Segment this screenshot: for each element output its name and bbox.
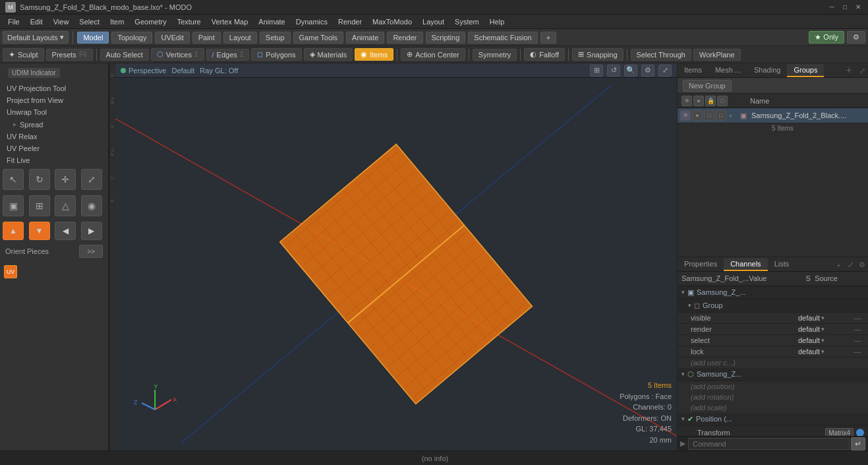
side-strip-me[interactable]: Me...: [109, 90, 115, 105]
render-dropdown[interactable]: default ▾: [798, 325, 825, 333]
layouts-dropdown[interactable]: Default Layouts ▾: [3, 31, 69, 44]
prop-lock-row[interactable]: lock default ▾ —: [678, 346, 868, 357]
visible-dropdown[interactable]: default ▾: [798, 314, 825, 322]
menu-layout[interactable]: Layout: [417, 16, 449, 27]
fit-live-tool[interactable]: Fit Live: [0, 154, 108, 166]
falloff-button[interactable]: ◐ Falloff: [524, 48, 565, 61]
viewport-settings-button[interactable]: ⚙: [641, 65, 654, 77]
layout-button[interactable]: Layout: [223, 32, 257, 44]
vertices-button[interactable]: ⬡ Vertices 1: [151, 48, 204, 61]
menu-select[interactable]: Select: [74, 16, 105, 27]
topology-button[interactable]: Topology: [111, 32, 152, 44]
side-strip-v[interactable]: V...: [109, 118, 115, 128]
prop-visible-row[interactable]: visible default ▾ —: [678, 313, 868, 324]
add-scale-link[interactable]: (add scale): [678, 402, 868, 413]
settings-right-bottom-button[interactable]: ⚙: [856, 259, 868, 271]
model-button[interactable]: Model: [77, 32, 109, 44]
tab-channels[interactable]: Channels: [724, 258, 767, 271]
arrow-left-button[interactable]: ◀: [55, 222, 76, 240]
snapping-button[interactable]: ⊞ Snapping: [572, 48, 623, 61]
item-folder-icon[interactable]: □: [716, 110, 726, 121]
game-tools-button[interactable]: Game Tools: [293, 32, 344, 44]
samsung-z-section-header[interactable]: ▾ ▣ Samsung_Z_...: [678, 286, 868, 299]
action-center-button[interactable]: ⊕ Action Center: [401, 48, 465, 61]
item-eye-icon[interactable]: 👁: [680, 110, 691, 121]
tool-move-icon[interactable]: ✛: [55, 169, 76, 190]
new-group-button[interactable]: New Group: [683, 80, 732, 92]
gear-button[interactable]: ⚙: [847, 31, 865, 44]
menu-geometry[interactable]: Geometry: [129, 16, 171, 27]
uv-peeler-tool[interactable]: UV Peeler: [0, 142, 108, 154]
item-render-icon[interactable]: ●: [692, 110, 703, 121]
animate-button[interactable]: Animate: [346, 32, 384, 44]
menu-help[interactable]: Help: [484, 16, 510, 27]
side-strip-po[interactable]: Po...: [109, 142, 115, 156]
tool-rotate-icon[interactable]: ↻: [29, 169, 50, 190]
eye-icon[interactable]: 👁: [681, 96, 692, 106]
tool-uv-grid-icon[interactable]: ⊞: [29, 195, 50, 216]
materials-button[interactable]: ◈ Materials: [304, 48, 353, 61]
tool-triangle-icon[interactable]: △: [55, 195, 76, 216]
arrow-up-button[interactable]: ▲: [3, 222, 24, 240]
menu-dynamics[interactable]: Dynamics: [291, 16, 333, 27]
viewport-canvas[interactable]: X Y Z 5 Items Polygons : Face Channels: …: [115, 78, 677, 450]
tool-arrow-icon[interactable]: ↖: [3, 169, 24, 190]
add-user-channel[interactable]: (add user c...): [678, 357, 868, 368]
tab-shading[interactable]: Shading: [747, 64, 787, 77]
group-section-header[interactable]: ▾ ◻ Group: [678, 299, 868, 313]
expand-right-bottom-button[interactable]: ⤢: [845, 259, 856, 271]
viewport[interactable]: Perspective Default Ray GL: Off ⊞ ↺ 🔍 ⚙ …: [115, 63, 677, 450]
menu-system[interactable]: System: [449, 16, 484, 27]
side-strip-c[interactable]: C...: [109, 169, 115, 179]
group-item-row[interactable]: 👁 ● □ □ ▾ ▣ Samsung_Z_Fold_2_Black....: [678, 108, 868, 123]
arrow-down-button[interactable]: ▼: [29, 222, 50, 240]
maximize-button[interactable]: □: [840, 3, 850, 12]
sculpt-button[interactable]: ✦ Sculpt: [3, 48, 44, 61]
auto-select-button[interactable]: Auto Select: [100, 49, 149, 61]
add-rotation-link[interactable]: (add rotation): [678, 392, 868, 402]
project-from-view[interactable]: Project from View: [0, 94, 108, 106]
edges-button[interactable]: / Edges 2: [206, 49, 250, 61]
symmetry-button[interactable]: Symmetry: [473, 49, 517, 61]
viewport-refresh-button[interactable]: ↺: [607, 65, 620, 77]
menu-animate[interactable]: Animate: [253, 16, 290, 27]
lock-dropdown[interactable]: default ▾: [798, 348, 825, 356]
menu-view[interactable]: View: [48, 16, 74, 27]
select-through-button[interactable]: Select Through: [631, 49, 691, 61]
tab-lists[interactable]: Lists: [768, 258, 796, 271]
item-lock-icon[interactable]: □: [704, 110, 714, 121]
menu-vertex-map[interactable]: Vertex Map: [206, 16, 254, 27]
schematic-fusion-button[interactable]: Schematic Fusion: [468, 32, 537, 44]
matrix-value[interactable]: Matrix4: [825, 428, 854, 437]
side-strip-d[interactable]: D...: [109, 66, 115, 77]
menu-render[interactable]: Render: [333, 16, 367, 27]
polygons-button[interactable]: ◻ Polygons: [251, 48, 301, 61]
tool-scale-icon[interactable]: ⤢: [81, 169, 102, 190]
tool-select-icon[interactable]: ▣: [3, 195, 24, 216]
add-tab-button-right[interactable]: +: [841, 63, 857, 77]
position-section-header[interactable]: ▾ ✔ Position (...: [678, 413, 868, 426]
command-input[interactable]: [688, 438, 850, 450]
expand-right-top-button[interactable]: ⤢: [857, 65, 868, 77]
menu-edit[interactable]: Edit: [25, 16, 48, 27]
menu-item[interactable]: Item: [105, 16, 129, 27]
spread-tool[interactable]: ▸ Spread: [0, 118, 108, 131]
star-only-button[interactable]: ★ Only: [809, 31, 844, 44]
uv-relax-tool[interactable]: UV Relax: [0, 131, 108, 142]
tool-sphere-icon[interactable]: ◉: [81, 195, 102, 216]
folder-icon[interactable]: □: [717, 96, 728, 106]
tab-groups[interactable]: Groups: [787, 64, 824, 77]
menu-maxtomodo[interactable]: MaxToModo: [367, 16, 417, 27]
tab-items[interactable]: Items: [678, 64, 709, 77]
command-run-button[interactable]: ↵: [851, 437, 865, 450]
presets-button[interactable]: Presets F6: [46, 49, 93, 61]
side-strip-f[interactable]: F...: [109, 193, 115, 202]
render-button[interactable]: Render: [387, 32, 422, 44]
add-position-link[interactable]: (add position): [678, 381, 868, 392]
uv-projection-tool[interactable]: UV Projection Tool: [0, 82, 108, 94]
arrow-right-button[interactable]: ▶: [81, 222, 102, 240]
add-channel-button[interactable]: +: [833, 259, 845, 271]
tab-properties[interactable]: Properties: [678, 258, 724, 271]
uvedit-button[interactable]: UVEdit: [155, 32, 189, 44]
prop-render-row[interactable]: render default ▾ —: [678, 324, 868, 335]
